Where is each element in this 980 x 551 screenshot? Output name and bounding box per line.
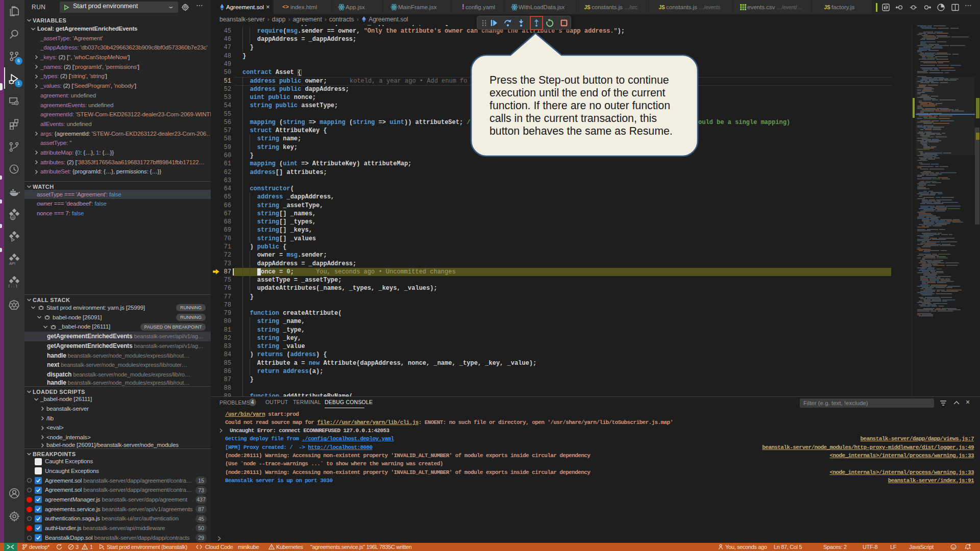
svg-text:[..]: [..]: [8, 284, 18, 288]
svg-text:@: @: [11, 216, 14, 219]
svg-text:API: API: [9, 261, 15, 265]
